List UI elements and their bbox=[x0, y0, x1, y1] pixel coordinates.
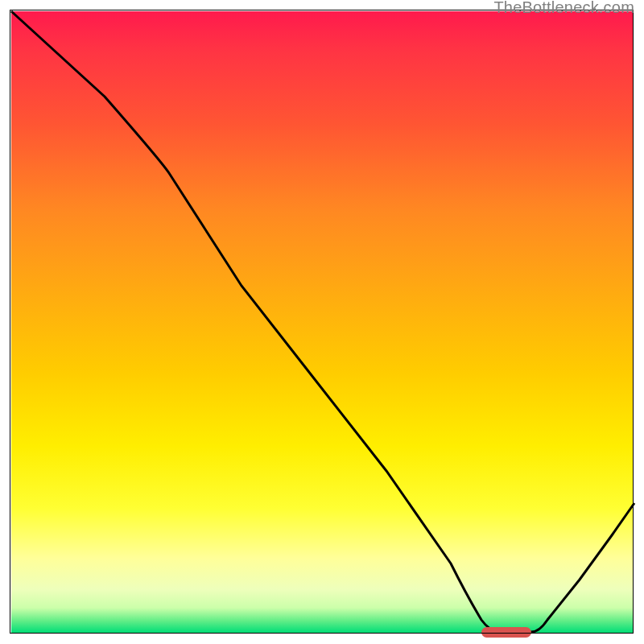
bottleneck-chart: TheBottleneck.com bbox=[0, 0, 644, 644]
optimum-marker bbox=[481, 627, 531, 638]
curve-line bbox=[11, 11, 634, 632]
watermark-text: TheBottleneck.com bbox=[493, 0, 634, 17]
chart-svg bbox=[0, 0, 644, 644]
